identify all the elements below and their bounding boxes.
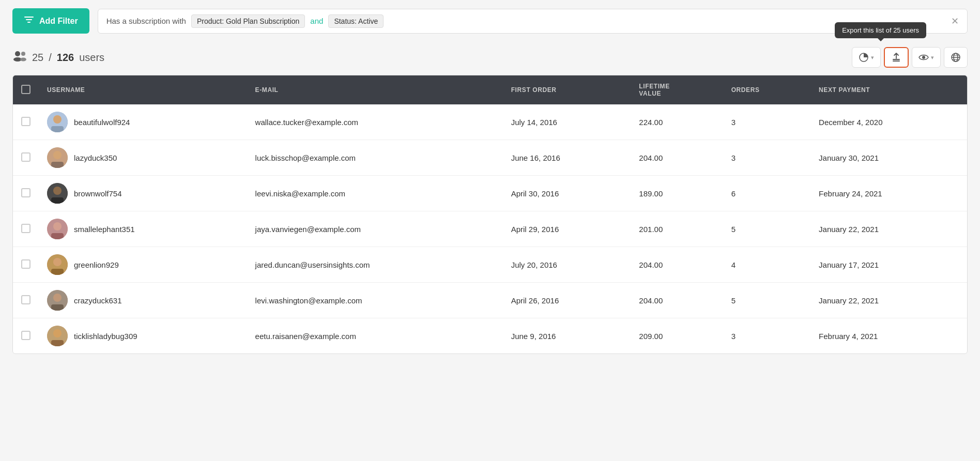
svg-rect-36 (51, 340, 64, 346)
visibility-button[interactable]: ▾ (912, 47, 941, 68)
export-icon (891, 52, 901, 63)
svg-point-17 (53, 115, 62, 124)
row-first-order-cell: April 26, 2016 (503, 283, 631, 318)
row-username-cell: ticklishladybug309 (39, 318, 247, 354)
row-first-order-cell: April 30, 2016 (503, 176, 631, 211)
lifetime-value-header: LIFETIMEVALUE (631, 75, 723, 104)
filter-tag-product[interactable]: Product: Gold Plan Subscription (191, 14, 305, 28)
row-lifetime-value-cell: 209.00 (631, 318, 723, 354)
row-username-cell: lazyduck350 (39, 140, 247, 176)
row-email-cell: eetu.raisanen@example.com (247, 318, 503, 354)
checkbox-header[interactable] (13, 75, 39, 104)
filter-tag-status[interactable]: Status: Active (328, 14, 384, 28)
avatar (47, 326, 68, 346)
row-email-cell: jared.duncan@usersinsights.com (247, 247, 503, 283)
row-checkbox-cell[interactable] (13, 140, 39, 176)
select-all-checkbox[interactable] (21, 85, 30, 94)
table-row[interactable]: brownwolf754 leevi.niska@example.com Apr… (13, 176, 967, 211)
svg-point-23 (53, 187, 62, 195)
globe-icon (951, 52, 961, 63)
next-payment-header: NEXT PAYMENT (810, 75, 967, 104)
row-checkbox[interactable] (21, 295, 30, 304)
row-orders-cell: 3 (723, 318, 810, 354)
row-first-order-cell: July 14, 2016 (503, 104, 631, 140)
svg-point-5 (21, 52, 25, 56)
filter-clear-button[interactable]: ✕ (951, 17, 959, 26)
table-row[interactable]: beautifulwolf924 wallace.tucker@example.… (13, 104, 967, 140)
row-lifetime-value-cell: 201.00 (631, 211, 723, 247)
row-checkbox-cell[interactable] (13, 247, 39, 283)
row-checkbox[interactable] (21, 188, 30, 197)
row-next-payment-cell: January 22, 2021 (810, 283, 967, 318)
svg-point-29 (53, 258, 62, 266)
row-username-cell: crazyduck631 (39, 283, 247, 318)
table-row[interactable]: crazyduck631 levi.washington@example.com… (13, 283, 967, 318)
visibility-chevron: ▾ (931, 54, 934, 61)
svg-rect-9 (893, 60, 900, 62)
avatar (47, 254, 68, 275)
row-orders-cell: 6 (723, 176, 810, 211)
svg-point-26 (53, 222, 62, 230)
count-shown: 25 (32, 52, 43, 64)
svg-point-10 (922, 56, 925, 59)
username: greenlion929 (74, 260, 119, 269)
row-checkbox[interactable] (21, 152, 30, 162)
row-first-order-cell: April 29, 2016 (503, 211, 631, 247)
username: beautifulwolf924 (74, 118, 130, 127)
svg-point-32 (53, 294, 62, 302)
table-row[interactable]: lazyduck350 luck.bisschop@example.com Ju… (13, 140, 967, 176)
row-lifetime-value-cell: 224.00 (631, 104, 723, 140)
avatar (47, 183, 68, 204)
row-checkbox[interactable] (21, 331, 30, 340)
row-username-cell: brownwolf754 (39, 176, 247, 211)
row-checkbox-cell[interactable] (13, 176, 39, 211)
row-checkbox-cell[interactable] (13, 283, 39, 318)
svg-rect-21 (51, 162, 64, 168)
segment-button[interactable]: ▾ (852, 47, 881, 68)
row-first-order-cell: June 16, 2016 (503, 140, 631, 176)
username-header: USERNAME (39, 75, 247, 104)
segment-icon (859, 52, 869, 63)
globe-button[interactable] (944, 47, 968, 68)
svg-point-20 (53, 151, 62, 159)
first-order-header: FIRST ORDER (503, 75, 631, 104)
filter-icon (24, 14, 34, 27)
svg-rect-27 (51, 233, 64, 239)
table-header-row: USERNAME E-MAIL FIRST ORDER LIFETIMEVALU… (13, 75, 967, 104)
row-checkbox[interactable] (21, 224, 30, 233)
row-email-cell: wallace.tucker@example.com (247, 104, 503, 140)
table-row[interactable]: greenlion929 jared.duncan@usersinsights.… (13, 247, 967, 283)
row-first-order-cell: July 20, 2016 (503, 247, 631, 283)
email-header: E-MAIL (247, 75, 503, 104)
svg-rect-33 (51, 304, 64, 311)
export-button[interactable] (884, 47, 909, 68)
row-checkbox-cell[interactable] (13, 104, 39, 140)
row-email-cell: leevi.niska@example.com (247, 176, 503, 211)
add-filter-button[interactable]: Add Filter (12, 8, 89, 34)
row-orders-cell: 3 (723, 140, 810, 176)
row-first-order-cell: June 9, 2016 (503, 318, 631, 354)
row-orders-cell: 5 (723, 283, 810, 318)
row-checkbox-cell[interactable] (13, 318, 39, 354)
row-checkbox[interactable] (21, 117, 30, 126)
username: ticklishladybug309 (74, 332, 137, 341)
user-count: 25 / 126 users (12, 50, 104, 65)
avatar (47, 219, 68, 239)
row-orders-cell: 5 (723, 211, 810, 247)
row-next-payment-cell: December 4, 2020 (810, 104, 967, 140)
row-lifetime-value-cell: 189.00 (631, 176, 723, 211)
table-row[interactable]: ticklishladybug309 eetu.raisanen@example… (13, 318, 967, 354)
eye-icon (918, 52, 929, 63)
users-icon (12, 50, 27, 65)
count-suffix: users (79, 52, 104, 64)
row-username-cell: smallelephant351 (39, 211, 247, 247)
subheader: 25 / 126 users Export this list of 25 us… (0, 42, 980, 75)
table-row[interactable]: smallelephant351 jaya.vanviegen@example.… (13, 211, 967, 247)
row-checkbox[interactable] (21, 259, 30, 269)
row-next-payment-cell: January 17, 2021 (810, 247, 967, 283)
row-orders-cell: 3 (723, 104, 810, 140)
username: lazyduck350 (74, 153, 117, 162)
row-checkbox-cell[interactable] (13, 211, 39, 247)
row-email-cell: luck.bisschop@example.com (247, 140, 503, 176)
count-separator: / (49, 52, 52, 64)
